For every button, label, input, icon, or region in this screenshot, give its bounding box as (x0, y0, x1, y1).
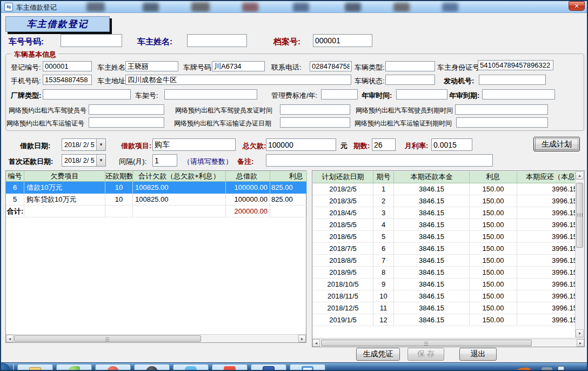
taskbar-button-5[interactable] (173, 364, 209, 370)
loan-date-combo[interactable]: 2018/ 2/ 5 ▼ (62, 138, 106, 151)
loan-total-input[interactable] (266, 138, 336, 151)
exit-button[interactable]: 退出 (459, 348, 497, 361)
background-icon-blur (393, 3, 410, 12)
col-header[interactable]: 期号 (373, 171, 394, 183)
start-orb[interactable] (1, 363, 10, 370)
tray-icon[interactable] (558, 366, 564, 370)
engine-no-input[interactable] (479, 75, 546, 85)
scroll-down-icon[interactable]: ▼ (576, 329, 584, 337)
repayment-plan-panel: 计划还款日期 期号 本期还款本金 利息 本期应还（本息 2018/2/5 1 3… (312, 170, 585, 347)
vehicle-status-input[interactable] (385, 75, 435, 85)
blue-app-icon (185, 366, 197, 370)
tray-icon[interactable] (515, 367, 531, 370)
plate-no-label: 车牌号码: (183, 63, 213, 72)
vehicle-type-label: 车辆类型: (355, 63, 385, 72)
debt-table-row[interactable]: 5 购车贷款10万元 10 100825.00 100000.00 825.00 (6, 194, 307, 206)
file-no-input[interactable] (313, 34, 372, 47)
scroll-left-icon[interactable]: ◄ (6, 335, 14, 342)
mobile-input[interactable] (43, 75, 92, 85)
background-icon-blur (293, 3, 309, 12)
plan-table-row[interactable]: 2018/11/5 10 3846.15 150.00 3996.15 (313, 290, 576, 302)
net-driver-no-input[interactable] (89, 104, 164, 115)
plan-table-row[interactable]: 2018/9/5 8 3846.15 150.00 3996.15 (313, 267, 576, 279)
taskbar-button-1[interactable] (17, 364, 53, 370)
scroll-left-icon[interactable]: ◄ (312, 339, 320, 347)
mgmt-fee-label: 管理费标准/年: (271, 91, 317, 101)
col-header[interactable]: 总借款 (226, 171, 270, 182)
folder-icon (29, 367, 41, 370)
plan-table-row[interactable]: 2018/7/5 6 3846.15 150.00 3996.15 (313, 243, 576, 255)
scroll-thumb[interactable] (321, 340, 532, 346)
remark-input[interactable] (266, 154, 493, 167)
vehicle-type-input[interactable] (385, 61, 435, 71)
debt-table-hscrollbar[interactable]: ◄ ► (6, 334, 306, 342)
reg-no-input[interactable] (43, 61, 92, 71)
plan-table-vscrollbar[interactable]: ▲ ▼ (575, 171, 584, 337)
titlebar: ⇆ 车主借款登记 ✕ (1, 1, 587, 13)
plan-table-row[interactable]: 2018/10/5 9 3846.15 150.00 3996.15 (313, 279, 576, 290)
owner-name-search-input[interactable] (187, 34, 247, 47)
taskbar-button-3[interactable] (95, 364, 131, 370)
col-header[interactable]: 欠费项目 (24, 171, 105, 182)
taskbar-button-6[interactable] (212, 364, 248, 370)
plan-table-row[interactable]: 2018/5/5 4 3846.15 150.00 3996.15 (313, 219, 576, 231)
owner-name-input[interactable] (125, 61, 178, 71)
col-header[interactable]: 合计欠款（总欠款+利息） (133, 171, 226, 182)
col-header[interactable]: 还款期数 (105, 171, 133, 182)
net-driver-issue-input[interactable] (280, 104, 350, 115)
plan-table-row[interactable]: 2018/6/5 5 3846.15 150.00 3996.15 (313, 231, 576, 243)
plan-table-row[interactable]: 2018/3/5 2 3846.15 150.00 3996.15 (313, 195, 576, 207)
close-button[interactable]: ✕ (569, 1, 585, 11)
col-header[interactable]: 利息 (470, 171, 517, 183)
net-trans-issue-input[interactable] (280, 117, 350, 128)
scroll-thumb[interactable] (576, 183, 583, 248)
rate-input[interactable] (431, 138, 472, 151)
taskbar-button-8[interactable] (290, 364, 325, 370)
debt-table-row-selected[interactable]: 6 借款10万元 10 100825.00 100000.00 825.00 (6, 182, 307, 194)
net-driver-no-label: 网络预约出租汽车驾驶员号 (9, 106, 86, 115)
net-trans-due-input[interactable] (456, 117, 548, 128)
generate-voucher-button[interactable]: 生成凭证 (356, 348, 400, 361)
net-trans-no-input[interactable] (89, 117, 164, 128)
chevron-down-icon[interactable]: ▼ (96, 139, 105, 150)
plan-table-row[interactable]: 2018/12/5 11 3846.15 150.00 3996.15 (313, 302, 576, 314)
file-no-label: 档案号: (273, 37, 300, 47)
taskbar-button-2[interactable] (56, 364, 92, 370)
annual-time-input[interactable] (396, 89, 447, 100)
annual-due-input[interactable] (482, 89, 555, 100)
scroll-up-icon[interactable]: ▲ (576, 171, 584, 180)
col-header[interactable]: 计划还款日期 (313, 171, 373, 183)
loan-item-input[interactable] (152, 138, 236, 151)
background-icon-blur (191, 2, 210, 12)
net-driver-due-input[interactable] (455, 104, 548, 115)
chevron-down-icon[interactable]: ▼ (96, 155, 105, 166)
first-repay-date-combo[interactable]: 2018/ 2/ 5 ▼ (62, 154, 106, 167)
taskbar-button-7[interactable] (251, 364, 286, 370)
col-header[interactable]: 编号 (6, 171, 24, 182)
plan-table-row[interactable]: 2019/1/5 12 3846.15 150.00 3996.15 (313, 314, 576, 326)
periods-input[interactable] (372, 138, 396, 151)
address-input[interactable] (125, 75, 351, 85)
vehicle-no-input[interactable] (61, 34, 122, 47)
tray-icon[interactable] (542, 367, 552, 370)
scroll-right-icon[interactable]: ► (298, 335, 306, 342)
scroll-right-icon[interactable]: ► (577, 339, 584, 347)
scroll-thumb[interactable] (14, 335, 201, 342)
col-header[interactable]: 本期应还（本息 (517, 171, 576, 183)
col-header[interactable]: 本期还款本金 (394, 171, 470, 183)
generate-plan-button[interactable]: 生成计划 (533, 137, 580, 151)
save-button[interactable]: 保 存 (407, 348, 444, 361)
plan-table-row[interactable]: 2018/4/5 3 3846.15 150.00 3996.15 (313, 207, 576, 219)
col-header[interactable]: 利息 (270, 171, 307, 182)
plate-no-input[interactable] (212, 61, 265, 71)
taskbar-button-4[interactable] (134, 364, 170, 370)
frame-no-input[interactable] (164, 89, 257, 100)
owner-id-input[interactable] (478, 60, 553, 70)
phone-input[interactable] (310, 61, 352, 71)
plan-table-hscrollbar[interactable]: ◄ ► (312, 339, 584, 347)
plan-table-row[interactable]: 2018/8/5 7 3846.15 150.00 3996.15 (313, 255, 576, 267)
brand-type-input[interactable] (43, 89, 131, 100)
mgmt-fee-input[interactable] (321, 89, 358, 100)
interval-input[interactable] (152, 154, 177, 167)
plan-table-row[interactable]: 2018/2/5 1 3846.15 150.00 3996.15 (313, 183, 576, 195)
